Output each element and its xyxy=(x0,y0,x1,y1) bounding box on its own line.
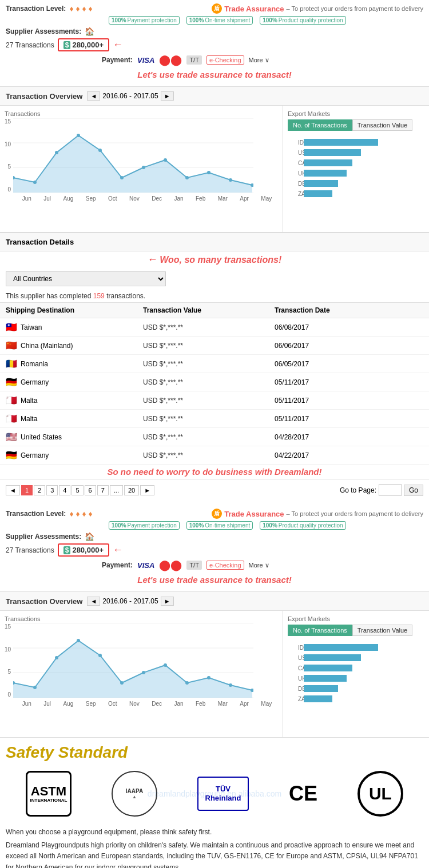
dollar-icon-bottom: $ xyxy=(63,546,71,554)
flag-icon: 🇩🇪 xyxy=(6,450,17,461)
home-icon-bottom: 🏠 xyxy=(85,532,94,541)
transaction-value: USD $*,***.** xyxy=(143,415,275,423)
next-page-btn[interactable]: ► xyxy=(140,485,154,495)
transactions-chart-label: Transactions xyxy=(5,110,278,117)
svg-point-7 xyxy=(55,151,58,154)
prev-date-btn[interactable]: ◄ xyxy=(87,91,100,101)
flag-icon: 🇩🇪 xyxy=(6,377,17,387)
transactions-count-link[interactable]: 159 xyxy=(93,292,105,300)
tab-transaction-value-bottom[interactable]: Transaction Value xyxy=(352,625,412,636)
page-7-btn[interactable]: 7 xyxy=(97,485,109,495)
date-range-bottom: 2016.06 - 2017.05 xyxy=(102,597,158,605)
next-date-btn[interactable]: ► xyxy=(161,91,174,101)
page-1-btn[interactable]: 1 xyxy=(21,485,33,495)
export-markets-area-bottom: Export Markets No. of Transactions Trans… xyxy=(283,611,429,737)
transactions-count-row: 27 Transactions $ 280,000+ ← xyxy=(6,38,423,51)
prev-page-btn[interactable]: ◄ xyxy=(6,485,20,495)
page-3-btn[interactable]: 3 xyxy=(46,485,58,495)
page-20-btn[interactable]: 20 xyxy=(124,485,139,495)
col-date: Transaction Date xyxy=(275,306,406,314)
visa-icon: VISA xyxy=(137,56,154,65)
svg-rect-53 xyxy=(304,675,347,682)
svg-point-12 xyxy=(164,158,167,162)
tt-payment-bottom: T/T xyxy=(186,561,202,570)
supplier-assessments-label-bottom: Supplier Assessments: xyxy=(6,533,81,541)
country-select[interactable]: All Countries xyxy=(6,271,166,286)
woo-text: Woo, so many transactions! xyxy=(160,255,281,265)
table-row: 🇩🇪Germany USD $*,***.** 04/22/2017 xyxy=(0,446,429,465)
svg-point-42 xyxy=(185,681,189,685)
svg-point-6 xyxy=(33,181,37,184)
ul-logo: UL xyxy=(357,771,403,817)
export-markets-label: Export Markets xyxy=(288,110,424,117)
payment-label-bottom: Payment: xyxy=(102,561,133,569)
transactions-chart-label-bottom: Transactions xyxy=(5,615,278,622)
tab-transaction-value[interactable]: Transaction Value xyxy=(352,119,412,131)
quality-protection-badge-b: 100% Product quality protection xyxy=(260,521,345,530)
col-shipping: Shipping Destination xyxy=(6,306,143,314)
transaction-date: 04/22/2017 xyxy=(275,451,406,459)
country-name: Germany xyxy=(21,378,49,386)
country-name: Taiwan xyxy=(21,323,42,331)
pagination[interactable]: ◄ 1 2 3 4 5 6 7 ... 20 ► Go to Page: Go xyxy=(0,479,429,501)
table-row: 🇲🇹Malta USD $*,***.** 05/11/2017 xyxy=(0,410,429,428)
tuv-logo: TÜVRheinland xyxy=(197,777,249,811)
country-name: Romania xyxy=(21,360,48,368)
no-worry-row: So no need to worry to do business with … xyxy=(0,465,429,479)
svg-point-36 xyxy=(55,656,58,659)
amount-badge: $ 280,000+ xyxy=(58,38,109,51)
filter-row[interactable]: All Countries xyxy=(0,268,429,290)
amount-value-bottom: 280,000+ xyxy=(72,546,104,554)
goto-row[interactable]: Go to Page: Go xyxy=(340,484,423,496)
date-nav[interactable]: ◄ 2016.06 - 2017.05 ► xyxy=(87,91,173,101)
line-chart-svg xyxy=(13,118,253,193)
page-6-btn[interactable]: 6 xyxy=(85,485,96,495)
date-nav-bottom[interactable]: ◄ 2016.06 - 2017.05 ► xyxy=(87,597,173,606)
x-axis-labels-bottom: JunJulAugSepOctNovDecJanFebMarAprMay xyxy=(5,701,278,707)
page-2-btn[interactable]: 2 xyxy=(34,485,45,495)
page-buttons[interactable]: ◄ 1 2 3 4 5 6 7 ... 20 ► xyxy=(6,485,154,495)
goto-btn[interactable]: Go xyxy=(404,485,423,496)
more-payment-btn-bottom[interactable]: More ∨ xyxy=(249,562,269,569)
next-date-btn-bottom[interactable]: ► xyxy=(161,597,174,606)
flag-icon: 🇷🇴 xyxy=(6,358,17,369)
col-value: Transaction Value xyxy=(143,306,275,314)
chart-tabs[interactable]: No. of Transactions Transaction Value xyxy=(288,119,424,131)
more-payment-btn[interactable]: More ∨ xyxy=(249,57,269,64)
shield-icon: 盾 xyxy=(212,3,222,14)
tab-no-transactions[interactable]: No. of Transactions xyxy=(288,119,352,131)
ontime-shipment-badge: 100% On-time shipment xyxy=(186,16,253,25)
transaction-value: USD $*,***.** xyxy=(143,360,275,368)
seller-support-bottom: 盾 Trade Assurance – To protect your orde… xyxy=(212,509,423,519)
country-name: Malta xyxy=(21,397,37,405)
tab-no-transactions-bottom[interactable]: No. of Transactions xyxy=(288,625,352,636)
table-row: 🇲🇹Malta USD $*,***.** 05/11/2017 xyxy=(0,391,429,410)
transaction-level-section: Transaction Level: ♦ ♦ ♦ ♦ 盾 Trade Assur… xyxy=(0,0,429,87)
amount-value: 280,000+ xyxy=(72,41,104,49)
completed-text: This supplier has completed xyxy=(6,292,91,300)
svg-point-13 xyxy=(185,176,189,179)
table-header: Shipping Destination Transaction Value T… xyxy=(0,302,429,318)
svg-point-37 xyxy=(77,639,80,642)
woo-arrow: ← Woo, so many transactions! xyxy=(0,251,429,268)
transaction-date: 04/28/2017 xyxy=(275,433,406,441)
transaction-level-label-bottom: Transaction Level: xyxy=(6,510,66,518)
flag-icon: 🇺🇸 xyxy=(6,431,17,442)
bar-chart-svg-bottom: ID US CA UK DE ZA xyxy=(288,639,402,731)
svg-point-40 xyxy=(142,671,145,674)
safety-title: Safety Standard xyxy=(0,738,429,765)
chart-tabs-bottom[interactable]: No. of Transactions Transaction Value xyxy=(288,625,424,636)
page-5-btn[interactable]: 5 xyxy=(72,485,83,495)
country-name: United States xyxy=(21,433,62,441)
transaction-date: 06/05/2017 xyxy=(275,360,406,368)
tt-payment: T/T xyxy=(186,55,202,65)
goto-input[interactable] xyxy=(379,484,402,496)
page-4-btn[interactable]: 4 xyxy=(59,485,70,495)
transaction-value: USD $*,***.** xyxy=(143,397,275,405)
transaction-value: USD $*,***.** xyxy=(143,451,275,459)
promo-text-top: Let's use trade assurance to transact! xyxy=(6,70,423,79)
shield-icon-bottom: 盾 xyxy=(212,509,222,519)
line-chart-svg-bottom xyxy=(13,623,253,698)
prev-date-btn-bottom[interactable]: ◄ xyxy=(87,597,100,606)
overview-title: Transaction Overview xyxy=(6,92,82,101)
